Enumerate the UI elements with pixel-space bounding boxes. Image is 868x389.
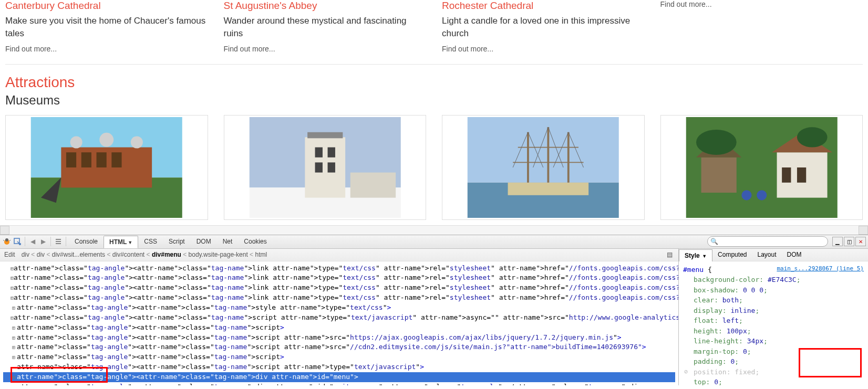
- expand-twisty-icon[interactable]: ⊞: [11, 344, 17, 352]
- html-tree-node[interactable]: ⊞attr-name">class="tag-angle"><attr-name…: [3, 342, 675, 352]
- html-tree-node[interactable]: ⊞attr-name">class="tag-angle"><attr-name…: [3, 293, 675, 303]
- html-tree-node[interactable]: ⊞attr-name">class="tag-angle"><attr-name…: [3, 273, 675, 283]
- find-out-link[interactable]: Find out more...: [224, 45, 275, 53]
- css-property[interactable]: box-shadow: 0 0 0;: [683, 285, 864, 296]
- expand-twisty-icon[interactable]: ⊞: [11, 354, 17, 362]
- html-tree-node[interactable]: ⊞attr-name">class="tag-angle"><attr-name…: [3, 323, 675, 333]
- svg-rect-13: [305, 137, 345, 197]
- css-property[interactable]: float: left;: [683, 316, 864, 326]
- html-tree[interactable]: ⊞attr-name">class="tag-angle"><attr-name…: [0, 261, 678, 385]
- search-icon: 🔍: [710, 238, 718, 245]
- svg-rect-22: [508, 182, 589, 195]
- minimize-button[interactable]: ▁: [832, 237, 843, 246]
- scroll-indicator-icon[interactable]: ▤: [665, 250, 674, 259]
- firebug-tab-net[interactable]: Net: [217, 235, 239, 248]
- find-out-link[interactable]: Find out more...: [5, 45, 57, 53]
- css-property[interactable]: line-height: 34px;: [683, 336, 864, 346]
- svg-rect-20: [468, 117, 619, 183]
- horizontal-scrollbar[interactable]: [0, 225, 868, 235]
- forward-icon[interactable]: ▶: [38, 237, 48, 246]
- card-desc: Make sure you visit the home of Chaucer'…: [5, 15, 208, 40]
- svg-point-44: [797, 127, 827, 147]
- html-tree-node[interactable]: ⊞attr-name">class="tag-angle"><attr-name…: [3, 372, 675, 382]
- card-title-link[interactable]: Rochester Cathedral: [442, 0, 533, 11]
- html-tree-node[interactable]: ⊞attr-name">class="tag-angle"><attr-name…: [3, 352, 675, 362]
- scroll-right-button[interactable]: [859, 226, 868, 235]
- inspect-icon[interactable]: [13, 237, 22, 246]
- attraction-card: St Augustine's Abbey Wander around these…: [224, 0, 427, 54]
- section-subtitle: Museums: [5, 93, 863, 108]
- svg-rect-14: [307, 132, 343, 138]
- svg-point-7: [70, 136, 82, 148]
- expand-twisty-icon[interactable]: ⊞: [11, 324, 17, 332]
- card-title-link[interactable]: Canterbury Cathedral: [5, 0, 101, 11]
- css-property[interactable]: top: 0;: [683, 377, 864, 385]
- panel-menu-icon[interactable]: [54, 237, 63, 246]
- html-tree-node[interactable]: ⊞attr-name">class="tag-angle"><attr-name…: [3, 333, 675, 343]
- breadcrumb-item[interactable]: div: [22, 251, 29, 258]
- breadcrumb-item[interactable]: body.wsite-page-kent: [189, 251, 248, 258]
- html-tree-node[interactable]: ⊞attr-name">class="tag-angle"><attr-name…: [3, 313, 675, 323]
- svg-rect-35: [701, 157, 736, 192]
- svg-rect-40: [797, 167, 805, 183]
- css-property[interactable]: padding: 0;: [683, 356, 864, 367]
- back-icon[interactable]: ◀: [28, 237, 37, 246]
- css-property[interactable]: ⊘position: fixed;: [683, 367, 864, 377]
- breadcrumb-item[interactable]: div#content: [112, 251, 144, 258]
- css-source-link[interactable]: main_s...2928067 (line 5): [777, 265, 864, 275]
- svg-rect-15: [315, 147, 322, 157]
- firebug-tab-html[interactable]: HTML▼: [104, 236, 138, 248]
- museum-image[interactable]: [224, 115, 427, 220]
- museum-image[interactable]: [442, 115, 645, 220]
- svg-rect-17: [315, 162, 322, 172]
- attraction-card: Find out more...: [660, 0, 863, 54]
- disabled-icon: ⊘: [684, 367, 688, 376]
- breadcrumb-item[interactable]: div#wsit...elements: [52, 251, 105, 258]
- html-tree-node[interactable]: attr-name">class="tag-angle"><attr-name"…: [3, 382, 675, 385]
- firebug-tab-console[interactable]: Console: [69, 235, 104, 248]
- expand-twisty-icon[interactable]: ⊞: [11, 374, 17, 382]
- html-tree-node[interactable]: ⊞attr-name">class="tag-angle"><attr-name…: [3, 303, 675, 313]
- card-desc: Light a candle for a loved one in this i…: [442, 15, 645, 40]
- firebug-breadcrumb: Edit div < div < div#wsit...elements < d…: [0, 249, 678, 261]
- css-property[interactable]: display: inline;: [683, 306, 864, 316]
- firebug-tab-script[interactable]: Script: [163, 235, 191, 248]
- firebug-bug-icon[interactable]: [2, 237, 12, 246]
- firebug-tab-dom[interactable]: DOM: [191, 235, 217, 248]
- expand-twisty-icon[interactable]: ⊞: [11, 304, 17, 312]
- css-property[interactable]: height: 100px;: [683, 326, 864, 337]
- close-button[interactable]: ✕: [855, 237, 866, 246]
- svg-point-9: [131, 136, 143, 148]
- style-panel-tab-style[interactable]: Style ▼: [679, 249, 712, 261]
- breadcrumb-item[interactable]: html: [255, 251, 267, 258]
- css-property[interactable]: clear: both;: [683, 295, 864, 306]
- svg-point-43: [696, 130, 736, 155]
- expand-twisty-icon[interactable]: ⊞: [11, 334, 17, 342]
- html-tree-node[interactable]: ⊞attr-name">class="tag-angle"><attr-name…: [3, 283, 675, 293]
- css-rules-panel[interactable]: #menu {main_s...2928067 (line 5)backgrou…: [679, 261, 868, 385]
- scroll-left-button[interactable]: [0, 226, 9, 235]
- svg-line-47: [3, 240, 4, 241]
- detach-button[interactable]: ◫: [844, 237, 854, 246]
- find-out-link[interactable]: Find out more...: [660, 0, 863, 8]
- firebug-search-input[interactable]: [707, 236, 828, 247]
- style-panel-tab-dom[interactable]: DOM: [782, 249, 807, 260]
- css-property[interactable]: background-color: #E74C3C;: [683, 275, 864, 285]
- museum-image[interactable]: [5, 115, 208, 220]
- html-tree-node[interactable]: ⊞attr-name">class="tag-angle"><attr-name…: [3, 264, 675, 274]
- html-tree-node[interactable]: attr-name">class="tag-angle"><attr-name"…: [3, 362, 675, 372]
- svg-rect-5: [97, 152, 107, 167]
- find-out-link[interactable]: Find out more...: [442, 45, 493, 53]
- breadcrumb-item[interactable]: div: [37, 251, 45, 258]
- breadcrumb-item[interactable]: div#menu: [152, 251, 181, 258]
- attraction-card: Rochester Cathedral Light a candle for a…: [442, 0, 645, 54]
- firebug-tab-cookies[interactable]: Cookies: [238, 235, 272, 248]
- firebug-tab-css[interactable]: CSS: [138, 235, 163, 248]
- edit-button[interactable]: Edit: [4, 251, 15, 258]
- css-property[interactable]: margin-top: 0;: [683, 346, 864, 357]
- museum-image[interactable]: [660, 115, 863, 220]
- style-panel-tab-computed[interactable]: Computed: [712, 249, 752, 260]
- card-title-link[interactable]: St Augustine's Abbey: [224, 0, 317, 11]
- svg-rect-3: [66, 152, 76, 167]
- style-panel-tab-layout[interactable]: Layout: [752, 249, 781, 260]
